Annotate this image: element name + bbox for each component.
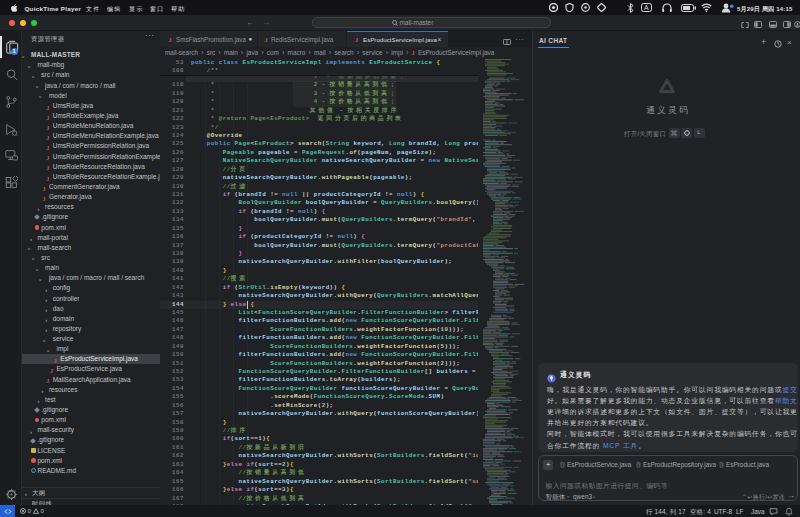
svg-text:A: A xyxy=(644,4,649,11)
